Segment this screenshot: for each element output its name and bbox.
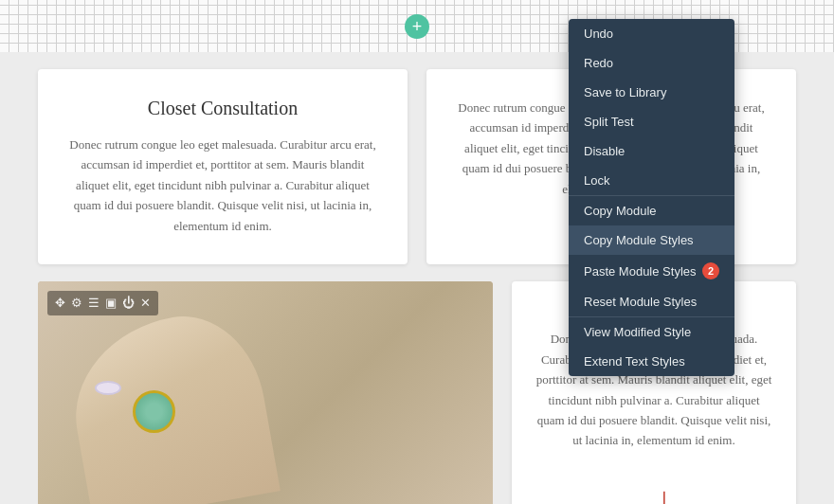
menu-item-redo[interactable]: Redo — [569, 48, 734, 78]
menu-item-undo[interactable]: Undo — [569, 19, 734, 48]
add-module-button[interactable]: + — [405, 14, 429, 39]
menu-item-paste-module-styles[interactable]: Paste Module Styles 2 — [569, 255, 734, 287]
settings-icon[interactable]: ⚙ — [71, 296, 82, 311]
power-icon[interactable]: ⏻ — [122, 296, 135, 311]
page-wrapper: + Closet Consultation Donec rutrum congu… — [0, 0, 834, 504]
menu-item-copy-module-styles[interactable]: Copy Module Styles — [569, 225, 734, 255]
image-toolbar: ✥ ⚙ ☰ ▣ ⏻ ✕ — [47, 291, 158, 315]
menu-item-lock[interactable]: Lock — [569, 166, 734, 195]
grid-icon[interactable]: ▣ — [105, 296, 117, 311]
menu-item-save-library[interactable]: Save to Library — [569, 78, 734, 107]
card-left: Closet Consultation Donec rutrum congue … — [38, 69, 408, 264]
card-left-text: Donec rutrum congue leo eget malesuada. … — [64, 135, 381, 236]
menu-item-reset-module-styles[interactable]: Reset Module Styles — [569, 287, 734, 316]
menu-item-view-modified[interactable]: View Modified Style — [569, 317, 734, 347]
menu-item-split-test[interactable]: Split Test — [569, 107, 734, 136]
menu-item-extend-text[interactable]: Extend Text Styles — [569, 347, 734, 376]
menu-item-disable[interactable]: Disable — [569, 136, 734, 166]
menu-item-copy-module[interactable]: Copy Module — [569, 196, 734, 225]
context-menu: Undo Redo Save to Library Split Test Dis… — [569, 19, 734, 376]
move-icon[interactable]: ✥ — [55, 296, 65, 311]
bottom-arrow: ↓ — [656, 482, 673, 504]
columns-icon[interactable]: ☰ — [88, 296, 100, 311]
delete-icon[interactable]: ✕ — [140, 296, 151, 311]
ring-shape — [133, 390, 175, 433]
paste-badge: 2 — [702, 262, 719, 279]
card-left-title: Closet Consultation — [64, 98, 381, 119]
image-module[interactable]: ✥ ⚙ ☰ ▣ ⏻ ✕ — [38, 281, 493, 504]
